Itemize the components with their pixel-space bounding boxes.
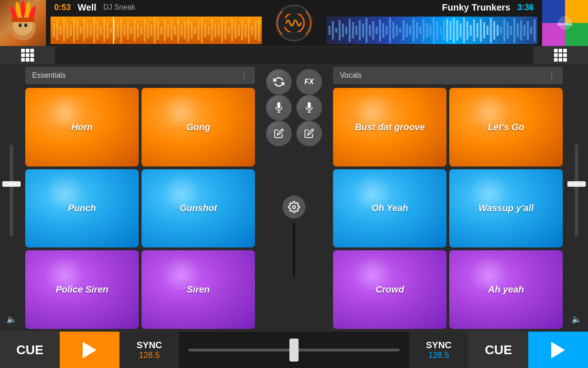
fx-button[interactable]: FX xyxy=(296,69,322,95)
svg-rect-60 xyxy=(218,25,220,36)
svg-rect-52 xyxy=(191,22,192,39)
svg-point-151 xyxy=(293,206,296,209)
svg-rect-105 xyxy=(473,19,475,41)
grid-button-left[interactable] xyxy=(0,46,55,64)
svg-rect-63 xyxy=(228,27,230,34)
svg-rect-34 xyxy=(130,27,132,34)
pad-police-siren[interactable]: Police Siren xyxy=(25,250,139,329)
album-art-right: GLOBAL xyxy=(542,0,588,46)
album-art-right-image: GLOBAL xyxy=(542,0,588,46)
pad-bust-dat-groove[interactable]: Bust dat groove xyxy=(333,88,447,167)
svg-rect-32 xyxy=(124,25,125,36)
gear-button[interactable] xyxy=(283,196,305,218)
play-button-right[interactable] xyxy=(528,332,588,368)
right-volume-slider-container[interactable] xyxy=(575,69,578,312)
pad-gong[interactable]: Gong xyxy=(141,88,255,167)
pitch-slider-area[interactable] xyxy=(179,349,409,351)
grid-button-right[interactable] xyxy=(533,46,588,64)
pad-lets-go[interactable]: Let's Go xyxy=(449,88,563,167)
svg-rect-103 xyxy=(466,21,468,40)
pitch-track[interactable] xyxy=(188,349,400,351)
svg-rect-84 xyxy=(356,26,357,35)
svg-rect-76 xyxy=(328,26,330,35)
svg-rect-117 xyxy=(413,19,414,42)
svg-rect-145 xyxy=(277,102,281,108)
svg-rect-132 xyxy=(517,23,519,37)
svg-rect-20 xyxy=(83,19,85,41)
svg-rect-17 xyxy=(73,18,75,43)
pad-gunshot[interactable]: Gunshot xyxy=(141,169,255,248)
svg-rect-15 xyxy=(67,22,68,39)
right-volume-track[interactable] xyxy=(575,144,578,236)
svg-rect-116 xyxy=(409,26,411,35)
pad-punch[interactable]: Punch xyxy=(25,169,139,248)
svg-rect-109 xyxy=(486,26,488,35)
cue-button-left[interactable]: CUE xyxy=(0,332,60,368)
svg-rect-79 xyxy=(339,20,340,40)
svg-rect-95 xyxy=(392,22,394,39)
right-volume-thumb[interactable] xyxy=(567,181,586,187)
left-volume-thumb[interactable] xyxy=(2,181,21,187)
svg-rect-51 xyxy=(187,19,189,42)
left-volume-slider-container[interactable] xyxy=(10,69,13,312)
svg-rect-93 xyxy=(386,26,388,35)
track-time-right: 3:36 xyxy=(517,3,534,12)
svg-rect-22 xyxy=(90,25,92,36)
svg-rect-91 xyxy=(379,19,381,41)
svg-rect-129 xyxy=(507,22,509,39)
right-panel-title: Vocals xyxy=(340,71,362,80)
svg-rect-122 xyxy=(430,25,431,36)
svg-rect-61 xyxy=(221,18,223,43)
svg-rect-83 xyxy=(352,22,354,39)
svg-rect-67 xyxy=(241,20,243,40)
pad-ah-yeah[interactable]: Ah yeah xyxy=(449,250,563,329)
pad-siren[interactable]: Siren xyxy=(141,250,255,329)
svg-rect-133 xyxy=(520,20,522,40)
loop-button[interactable] xyxy=(266,69,292,95)
svg-text:GLOBAL: GLOBAL xyxy=(557,22,573,26)
svg-rect-131 xyxy=(514,18,515,43)
pitch-thumb[interactable] xyxy=(289,339,299,362)
svg-rect-68 xyxy=(244,23,246,37)
cue-button-right[interactable]: CUE xyxy=(469,332,528,368)
play-button-left[interactable] xyxy=(60,332,119,368)
waveform-left[interactable] xyxy=(51,17,262,44)
edit-right-button[interactable] xyxy=(296,121,322,146)
svg-rect-11 xyxy=(53,23,55,37)
svg-rect-89 xyxy=(372,21,374,40)
svg-rect-119 xyxy=(419,27,421,34)
svg-rect-9 xyxy=(11,17,34,22)
svg-rect-56 xyxy=(204,23,206,37)
svg-rect-94 xyxy=(389,17,391,43)
svg-rect-65 xyxy=(234,22,236,39)
left-volume-track[interactable] xyxy=(10,144,13,236)
waveform-right[interactable] xyxy=(326,17,537,44)
sync-button-right[interactable]: SYNC 128.5 xyxy=(409,332,469,368)
svg-rect-25 xyxy=(100,26,102,35)
pad-crowd[interactable]: Crowd xyxy=(333,250,447,329)
center-mic-row xyxy=(266,95,322,121)
right-panel-menu-button[interactable]: ⋮ xyxy=(548,70,556,80)
svg-rect-120 xyxy=(423,19,424,41)
sync-bpm-right: 128.5 xyxy=(428,351,449,360)
mic-left-button[interactable] xyxy=(266,95,292,121)
edit-left-button[interactable] xyxy=(266,121,292,146)
pad-wassup-yall[interactable]: Wassup y'all xyxy=(449,169,563,248)
svg-rect-130 xyxy=(510,26,512,35)
pad-oh-yeah[interactable]: Oh Yeah xyxy=(333,169,447,248)
grid-icon-right xyxy=(554,49,567,62)
volume-icon-right: 🔈 xyxy=(569,312,584,327)
left-panel-title: Essentials xyxy=(32,71,66,80)
sync-button-left[interactable]: SYNC 128.5 xyxy=(119,332,179,368)
right-slider-area: 🔈 xyxy=(565,64,588,331)
sync-label-left: SYNC xyxy=(136,340,162,351)
volume-icon-left: 🔈 xyxy=(4,312,19,327)
svg-rect-128 xyxy=(503,19,505,42)
track-left-section: 0:53 Well DJ Sneak xyxy=(46,0,266,46)
pad-horn[interactable]: Horn xyxy=(25,88,139,167)
svg-rect-148 xyxy=(308,102,311,108)
left-slider-area: 🔈 xyxy=(0,64,23,331)
svg-rect-108 xyxy=(483,22,485,39)
mic-right-button[interactable] xyxy=(296,95,322,121)
left-panel-menu-button[interactable]: ⋮ xyxy=(240,70,248,80)
